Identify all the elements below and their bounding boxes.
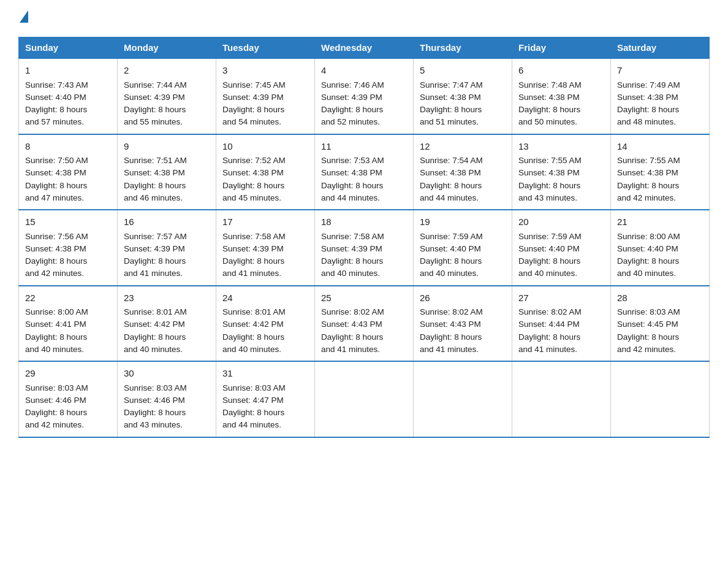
day-cell: 2Sunrise: 7:44 AMSunset: 4:39 PMDaylight… <box>118 58 216 134</box>
day-cell: 28Sunrise: 8:03 AMSunset: 4:45 PMDayligh… <box>611 286 710 362</box>
week-row-3: 15Sunrise: 7:56 AMSunset: 4:38 PMDayligh… <box>19 210 710 286</box>
day-cell <box>611 361 710 437</box>
day-cell <box>512 361 611 437</box>
day-number: 3 <box>222 64 308 78</box>
week-row-1: 1Sunrise: 7:43 AMSunset: 4:40 PMDaylight… <box>19 58 710 134</box>
calendar-table: SundayMondayTuesdayWednesdayThursdayFrid… <box>18 37 710 438</box>
header-cell-tuesday: Tuesday <box>216 37 315 59</box>
day-number: 15 <box>25 215 111 229</box>
day-cell: 11Sunrise: 7:53 AMSunset: 4:38 PMDayligh… <box>315 134 414 210</box>
week-row-5: 29Sunrise: 8:03 AMSunset: 4:46 PMDayligh… <box>19 361 710 437</box>
day-cell: 23Sunrise: 8:01 AMSunset: 4:42 PMDayligh… <box>118 286 216 362</box>
day-number: 12 <box>420 140 506 154</box>
day-cell: 25Sunrise: 8:02 AMSunset: 4:43 PMDayligh… <box>315 286 414 362</box>
header-cell-sunday: Sunday <box>19 37 118 59</box>
day-number: 1 <box>25 64 111 78</box>
day-cell: 1Sunrise: 7:43 AMSunset: 4:40 PMDaylight… <box>19 58 118 134</box>
day-cell: 24Sunrise: 8:01 AMSunset: 4:42 PMDayligh… <box>216 286 315 362</box>
day-cell: 5Sunrise: 7:47 AMSunset: 4:38 PMDaylight… <box>414 58 512 134</box>
day-cell: 15Sunrise: 7:56 AMSunset: 4:38 PMDayligh… <box>19 210 118 286</box>
day-number: 11 <box>321 140 407 154</box>
day-cell: 9Sunrise: 7:51 AMSunset: 4:38 PMDaylight… <box>118 134 216 210</box>
header-cell-wednesday: Wednesday <box>315 37 414 59</box>
day-cell: 8Sunrise: 7:50 AMSunset: 4:38 PMDaylight… <box>19 134 118 210</box>
day-cell: 7Sunrise: 7:49 AMSunset: 4:38 PMDaylight… <box>611 58 710 134</box>
day-cell: 19Sunrise: 7:59 AMSunset: 4:40 PMDayligh… <box>414 210 512 286</box>
day-number: 23 <box>124 291 210 305</box>
header-cell-friday: Friday <box>512 37 611 59</box>
week-row-4: 22Sunrise: 8:00 AMSunset: 4:41 PMDayligh… <box>19 286 710 362</box>
day-cell: 26Sunrise: 8:02 AMSunset: 4:43 PMDayligh… <box>414 286 512 362</box>
day-cell: 3Sunrise: 7:45 AMSunset: 4:39 PMDaylight… <box>216 58 315 134</box>
calendar-body: 1Sunrise: 7:43 AMSunset: 4:40 PMDaylight… <box>19 58 710 437</box>
day-number: 7 <box>617 64 703 78</box>
day-number: 31 <box>222 367 308 381</box>
day-cell: 18Sunrise: 7:58 AMSunset: 4:39 PMDayligh… <box>315 210 414 286</box>
day-cell: 30Sunrise: 8:03 AMSunset: 4:46 PMDayligh… <box>118 361 216 437</box>
day-number: 19 <box>420 215 506 229</box>
day-cell: 17Sunrise: 7:58 AMSunset: 4:39 PMDayligh… <box>216 210 315 286</box>
day-number: 2 <box>124 64 210 78</box>
day-number: 10 <box>222 140 308 154</box>
day-number: 6 <box>518 64 604 78</box>
day-cell: 10Sunrise: 7:52 AMSunset: 4:38 PMDayligh… <box>216 134 315 210</box>
day-number: 22 <box>25 291 111 305</box>
day-cell: 31Sunrise: 8:03 AMSunset: 4:47 PMDayligh… <box>216 361 315 437</box>
day-number: 28 <box>617 291 703 305</box>
day-number: 25 <box>321 291 407 305</box>
day-cell: 20Sunrise: 7:59 AMSunset: 4:40 PMDayligh… <box>512 210 611 286</box>
day-number: 18 <box>321 215 407 229</box>
day-cell: 22Sunrise: 8:00 AMSunset: 4:41 PMDayligh… <box>19 286 118 362</box>
header-cell-saturday: Saturday <box>611 37 710 59</box>
logo <box>18 12 29 25</box>
day-cell: 4Sunrise: 7:46 AMSunset: 4:39 PMDaylight… <box>315 58 414 134</box>
day-number: 9 <box>124 140 210 154</box>
day-number: 17 <box>222 215 308 229</box>
day-cell: 13Sunrise: 7:55 AMSunset: 4:38 PMDayligh… <box>512 134 611 210</box>
day-number: 26 <box>420 291 506 305</box>
day-cell: 27Sunrise: 8:02 AMSunset: 4:44 PMDayligh… <box>512 286 611 362</box>
day-cell: 29Sunrise: 8:03 AMSunset: 4:46 PMDayligh… <box>19 361 118 437</box>
day-number: 13 <box>518 140 604 154</box>
day-number: 21 <box>617 215 703 229</box>
day-number: 20 <box>518 215 604 229</box>
logo-triangle-icon <box>20 10 28 23</box>
calendar-header: SundayMondayTuesdayWednesdayThursdayFrid… <box>19 37 710 59</box>
week-row-2: 8Sunrise: 7:50 AMSunset: 4:38 PMDaylight… <box>19 134 710 210</box>
day-number: 8 <box>25 140 111 154</box>
day-cell: 12Sunrise: 7:54 AMSunset: 4:38 PMDayligh… <box>414 134 512 210</box>
header-cell-monday: Monday <box>118 37 216 59</box>
page-header <box>18 12 710 25</box>
day-number: 4 <box>321 64 407 78</box>
day-cell <box>414 361 512 437</box>
day-number: 24 <box>222 291 308 305</box>
header-row: SundayMondayTuesdayWednesdayThursdayFrid… <box>19 37 710 59</box>
header-cell-thursday: Thursday <box>414 37 512 59</box>
day-cell <box>315 361 414 437</box>
day-cell: 6Sunrise: 7:48 AMSunset: 4:38 PMDaylight… <box>512 58 611 134</box>
day-number: 27 <box>518 291 604 305</box>
day-cell: 21Sunrise: 8:00 AMSunset: 4:40 PMDayligh… <box>611 210 710 286</box>
day-number: 14 <box>617 140 703 154</box>
day-cell: 16Sunrise: 7:57 AMSunset: 4:39 PMDayligh… <box>118 210 216 286</box>
day-number: 16 <box>124 215 210 229</box>
day-number: 5 <box>420 64 506 78</box>
day-number: 29 <box>25 367 111 381</box>
day-number: 30 <box>124 367 210 381</box>
day-cell: 14Sunrise: 7:55 AMSunset: 4:38 PMDayligh… <box>611 134 710 210</box>
